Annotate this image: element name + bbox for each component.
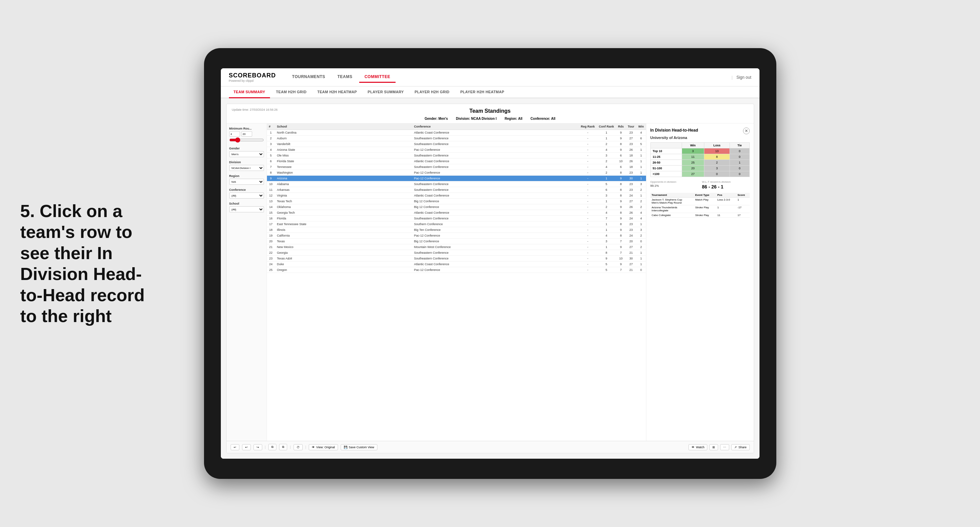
- layout-button[interactable]: ⊞: [710, 444, 718, 450]
- cell-rds: 9: [616, 204, 626, 210]
- table-row[interactable]: 12 Virginia Atlantic Coast Conference - …: [267, 193, 646, 198]
- cell-num: 4: [267, 147, 275, 153]
- table-row[interactable]: 16 Florida Southeastern Conference - 7 9…: [267, 216, 646, 221]
- h2h-range: 26-50: [651, 160, 682, 165]
- table-row[interactable]: 25 Oregon Pac-12 Conference - 5 7 21 0: [267, 267, 646, 273]
- t-col-type: Event Type: [694, 193, 716, 198]
- h2h-close-button[interactable]: ✕: [743, 127, 750, 134]
- sub-nav-player-h2h-grid[interactable]: PLAYER H2H GRID: [410, 86, 454, 98]
- min-rounds-slider[interactable]: [229, 137, 264, 143]
- cell-reg-rank: -: [579, 210, 597, 216]
- table-row[interactable]: 7 Tennessee Southeastern Conference - 4 …: [267, 164, 646, 170]
- toolbar-sep3: |: [305, 445, 306, 449]
- cell-conf-rank: 3: [597, 153, 616, 159]
- cell-tour: 23: [626, 170, 636, 176]
- watch-label: Watch: [696, 446, 704, 449]
- cell-conference: Southeastern Conference: [412, 164, 579, 170]
- save-custom-button[interactable]: 💾 Save Custom View: [341, 444, 377, 450]
- cell-rds: 8: [616, 141, 626, 147]
- nav-teams[interactable]: TEAMS: [332, 72, 358, 83]
- conference-select[interactable]: (All): [229, 192, 264, 198]
- copy-button[interactable]: ⧉: [268, 444, 277, 450]
- school-filter-label: School: [229, 202, 264, 205]
- gender-select[interactable]: Men's: [229, 151, 264, 157]
- table-row[interactable]: 10 Alabama Southeastern Conference - 5 8…: [267, 181, 646, 187]
- region-filter-label: Region: [229, 174, 264, 178]
- table-row[interactable]: 18 Illinois Big Ten Conference - 1 9 23 …: [267, 227, 646, 233]
- t-col-score: Score: [736, 193, 750, 198]
- table-row[interactable]: 21 New Mexico Mountain West Conference -…: [267, 244, 646, 250]
- col-tour: Tour: [626, 124, 636, 130]
- nav-tournaments[interactable]: TOURNAMENTS: [287, 72, 331, 83]
- table-row[interactable]: 4 Arizona State Pac-12 Conference - 4 9 …: [267, 147, 646, 153]
- table-row[interactable]: 1 North Carolina Atlantic Coast Conferen…: [267, 130, 646, 136]
- cell-conference: Southeastern Conference: [412, 153, 579, 159]
- table-row[interactable]: 22 Georgia Southeastern Conference - 8 7…: [267, 250, 646, 256]
- cell-conference: Southeastern Conference: [412, 250, 579, 256]
- table-row[interactable]: 15 Georgia Tech Atlantic Coast Conferenc…: [267, 210, 646, 216]
- cell-reg-rank: -: [579, 267, 597, 273]
- cell-reg-rank: -: [579, 239, 597, 244]
- share-icon: ↗: [734, 446, 737, 449]
- cell-tour: 23: [626, 187, 636, 193]
- tablet-screen: SCOREBOARD Powered by clippd TOURNAMENTS…: [221, 68, 759, 459]
- table-row[interactable]: 9 Arizona Pac-12 Conference - 1 9 30 1: [267, 176, 646, 181]
- table-row[interactable]: 11 Arkansas Southeastern Conference - 6 …: [267, 187, 646, 193]
- cell-tour: 26: [626, 210, 636, 216]
- table-row[interactable]: 19 California Pac-12 Conference - 4 8 24…: [267, 233, 646, 239]
- division-select[interactable]: NCAA Division I: [229, 165, 264, 171]
- cell-num: 17: [267, 221, 275, 227]
- view-original-button[interactable]: 👁 View: Original: [309, 444, 338, 450]
- cell-school: California: [275, 233, 412, 239]
- school-select[interactable]: (All): [229, 206, 264, 212]
- cell-win: 2: [636, 244, 646, 250]
- table-row[interactable]: 13 Texas Tech Big 12 Conference - 1 9 27…: [267, 198, 646, 204]
- cell-school: Duke: [275, 262, 412, 267]
- sub-nav-team-h2h-grid[interactable]: TEAM H2H GRID: [271, 86, 312, 98]
- table-row[interactable]: 2 Auburn Southeastern Conference - 1 9 2…: [267, 136, 646, 141]
- content-panel: Update time: 27/03/2024 16:56:26 Team St…: [226, 104, 754, 453]
- undo-button[interactable]: ↩: [231, 444, 239, 450]
- table-row[interactable]: 24 Duke Atlantic Coast Conference - 5 9 …: [267, 262, 646, 267]
- table-row[interactable]: 3 Vanderbilt Southeastern Conference - 2…: [267, 141, 646, 147]
- col-num: #: [267, 124, 275, 130]
- table-row[interactable]: 14 Oklahoma Big 12 Conference - 2 9 26 2: [267, 204, 646, 210]
- cell-rds: 7: [616, 239, 626, 244]
- nav-committee[interactable]: COMMITTEE: [359, 72, 396, 83]
- table-row[interactable]: 6 Florida State Atlantic Coast Conferenc…: [267, 159, 646, 164]
- min-rounds-min-input[interactable]: [229, 131, 240, 137]
- table-row[interactable]: 20 Texas Big 12 Conference - 3 7 20 0: [267, 239, 646, 244]
- sub-nav-player-h2h-heatmap[interactable]: PLAYER H2H HEATMAP: [455, 86, 509, 98]
- t-type: Stroke Play: [694, 205, 716, 213]
- timer-button[interactable]: ⏱: [294, 444, 303, 450]
- share-button[interactable]: ↗ Share: [731, 444, 749, 450]
- cell-win: 4: [636, 216, 646, 221]
- table-row[interactable]: 8 Washington Pac-12 Conference - 2 8 23 …: [267, 170, 646, 176]
- more-button[interactable]: ⋯: [720, 444, 729, 450]
- cell-reg-rank: -: [579, 153, 597, 159]
- cell-conf-rank: 4: [597, 233, 616, 239]
- min-rounds-max-input[interactable]: [241, 131, 252, 137]
- region-select[interactable]: N/A: [229, 179, 264, 185]
- cell-rds: 9: [616, 227, 626, 233]
- sub-nav-team-summary[interactable]: TEAM SUMMARY: [229, 86, 270, 98]
- cell-conference: Southeastern Conference: [412, 216, 579, 221]
- cell-conf-rank: 1: [597, 221, 616, 227]
- cell-conf-rank: 2: [597, 141, 616, 147]
- sub-nav-team-h2h-heatmap[interactable]: TEAM H2H HEATMAP: [312, 86, 361, 98]
- cell-reg-rank: -: [579, 159, 597, 164]
- watch-button[interactable]: 👁 Watch: [689, 444, 707, 450]
- forward-button[interactable]: ↪: [253, 444, 262, 450]
- cell-tour: 27: [626, 198, 636, 204]
- table-row[interactable]: 17 East Tennessee State Southern Confere…: [267, 221, 646, 227]
- tablet-frame: SCOREBOARD Powered by clippd TOURNAMENTS…: [204, 48, 776, 479]
- table-row[interactable]: 23 Texas A&M Southeastern Conference - 9…: [267, 256, 646, 262]
- redo-button[interactable]: ↩: [242, 444, 251, 450]
- sign-out-link[interactable]: Sign out: [736, 75, 751, 80]
- paste-button[interactable]: ⧉: [279, 444, 287, 450]
- cell-school: Washington: [275, 170, 412, 176]
- h2h-loss: 2: [704, 160, 730, 165]
- table-row[interactable]: 5 Ole Miss Southeastern Conference - 3 6…: [267, 153, 646, 159]
- conference-filter-label: Conference: [229, 188, 264, 192]
- sub-nav-player-summary[interactable]: PLAYER SUMMARY: [363, 86, 408, 98]
